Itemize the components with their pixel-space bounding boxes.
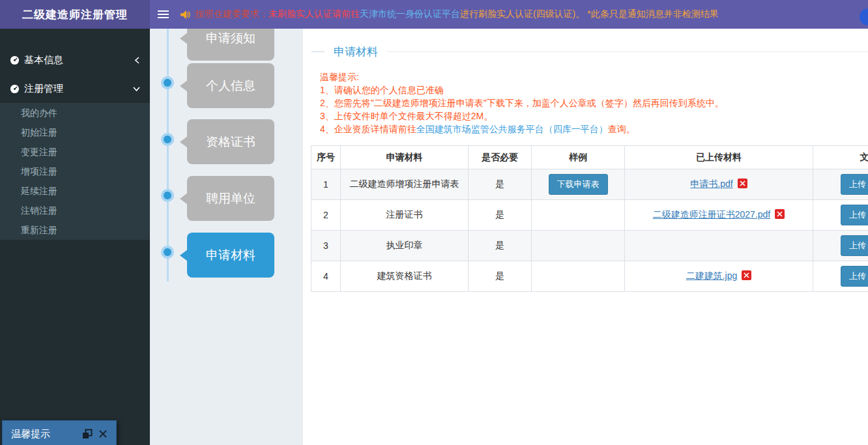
upload-button[interactable]: 上传 — [841, 205, 868, 225]
close-icon[interactable] — [95, 426, 111, 442]
restore-window-icon[interactable] — [80, 426, 95, 442]
uploaded-file-link[interactable]: 申请书.pdf — [690, 179, 732, 189]
table-row: 1 二级建造师增项注册申请表 是 下载申请表 申请书.pdf 上传 — [311, 169, 868, 200]
col-header-no: 序号 — [311, 146, 341, 169]
sidebar-item-registration[interactable]: 注册管理 — [0, 74, 150, 103]
reminder-dialog: 温馨提示 — [2, 420, 117, 445]
cell-required: 是 — [469, 261, 532, 292]
identity-platform-link[interactable]: 天津市统一身份认证平台 — [360, 8, 460, 20]
col-header-material: 申请材料 — [341, 146, 469, 169]
table-row: 4 建筑资格证书 是 二建建筑.jpg 上传 — [311, 261, 868, 292]
announcement-bar: :按照住建委要求： 未刷脸实人认证请前往 天津市统一身份认证平台 进行刷脸实人认… — [193, 8, 719, 20]
main-content: 申请材料 温馨提示: 1、请确认您的个人信息已准确 2、您需先将"二级建造师增项… — [303, 29, 868, 445]
step-wizard-panel: 申请须知 个人信息 资格证书 聘用单位 申请材料 — [150, 29, 303, 445]
tips-title: 温馨提示: — [320, 70, 868, 83]
tip-line-3: 3、上传文件时单个文件最大不得超过2M。 — [320, 109, 868, 122]
table-row: 3 执业印章 是 上传 — [311, 231, 868, 261]
upload-button[interactable]: 上传 — [841, 174, 868, 195]
gauge-icon — [10, 84, 24, 94]
download-application-form-button[interactable]: 下载申请表 — [549, 174, 608, 195]
cell-material: 执业印章 — [341, 231, 469, 261]
wizard-timeline — [167, 29, 169, 281]
tip-line-4-prefix: 4、企业资质详情请前往 — [320, 124, 416, 134]
gauge-icon — [10, 55, 24, 65]
notice-prefix: :按照住建委要求： — [193, 8, 268, 20]
dialog-title: 温馨提示 — [3, 428, 80, 440]
uploaded-file-link[interactable]: 二建建筑.jpg — [686, 270, 738, 281]
sidebar-item-additional-registration[interactable]: 增项注册 — [0, 162, 150, 181]
col-header-sample: 样例 — [532, 146, 625, 169]
sidebar-item-label: 注册管理 — [24, 83, 133, 95]
table-header-row: 序号 申请材料 是否必要 样例 已上传材料 文件上传 — [311, 146, 868, 169]
top-header: 二级建造师注册管理 :按照住建委要求： 未刷脸实人认证请前往 天津市统一身份认证… — [0, 0, 868, 29]
national-platform-link[interactable]: 全国建筑市场监管公共服务平台（四库一平台） — [416, 124, 608, 134]
sidebar-item-re-registration[interactable]: 重新注册 — [0, 220, 150, 240]
section-header: 申请材料 — [311, 44, 868, 59]
sidebar-item-my-cases[interactable]: 我的办件 — [0, 103, 150, 122]
cell-material: 二级建造师增项注册申请表 — [341, 169, 469, 200]
page-title: 申请材料 — [334, 44, 378, 59]
step-application-notice[interactable]: 申请须知 — [187, 29, 274, 61]
delete-file-icon[interactable] — [738, 179, 747, 188]
floating-help-button[interactable] — [860, 8, 868, 25]
delete-file-icon[interactable] — [775, 209, 785, 219]
step-dot — [161, 76, 174, 89]
cell-no: 2 — [311, 200, 341, 231]
cell-no: 4 — [311, 261, 341, 292]
sidebar-item-label: 基本信息 — [24, 54, 134, 66]
cell-required: 是 — [469, 200, 532, 231]
notice-note: *此条只是通知消息并非检测结果 — [587, 8, 718, 20]
sidebar: 基本信息 注册管理 我的办件 初始注册 变更注册 增项注册 延续注册 注销注册 … — [0, 29, 150, 445]
chevron-down-icon — [133, 86, 140, 92]
notice-action: 进行刷脸实人认证(四级认证)。 — [460, 8, 585, 20]
table-row: 2 注册证书 是 二级建造师注册证书2027.pdf 上传 — [311, 200, 868, 231]
sidebar-item-renewal-registration[interactable]: 延续注册 — [0, 181, 150, 201]
sidebar-item-initial-registration[interactable]: 初始注册 — [0, 122, 150, 142]
step-dot — [161, 246, 174, 259]
upload-button[interactable]: 上传 — [841, 266, 868, 287]
cell-no: 1 — [311, 169, 341, 200]
delete-file-icon[interactable] — [742, 270, 751, 280]
col-header-upload: 文件上传 — [813, 146, 868, 169]
app-title: 二级建造师注册管理 — [0, 0, 150, 29]
title-dash — [311, 51, 325, 52]
sidebar-item-change-registration[interactable]: 变更注册 — [0, 142, 150, 162]
sidebar-item-cancel-registration[interactable]: 注销注册 — [0, 201, 150, 220]
notice-alert: 未刷脸实人认证请前往 — [268, 8, 360, 20]
step-employer[interactable]: 聘用单位 — [187, 176, 274, 221]
cell-required: 是 — [469, 169, 532, 200]
registration-submenu: 我的办件 初始注册 变更注册 增项注册 延续注册 注销注册 重新注册 — [0, 103, 150, 240]
cell-required: 是 — [469, 231, 532, 261]
materials-table: 序号 申请材料 是否必要 样例 已上传材料 文件上传 1 二级建造师增项注册申请… — [311, 145, 868, 292]
cell-material: 注册证书 — [341, 200, 469, 231]
step-dot — [161, 133, 174, 146]
col-header-required: 是否必要 — [469, 146, 532, 169]
step-personal-info[interactable]: 个人信息 — [187, 63, 274, 108]
navbar: :按照住建委要求： 未刷脸实人认证请前往 天津市统一身份认证平台 进行刷脸实人认… — [150, 0, 868, 29]
tip-line-2: 2、您需先将"二级建造师增项注册申请表"下载下来，加盖个人公章或（签字）然后再回… — [320, 96, 868, 109]
step-dot — [161, 189, 174, 202]
tip-line-1: 1、请确认您的个人信息已准确 — [320, 83, 868, 96]
step-qualification-cert[interactable]: 资格证书 — [187, 119, 274, 164]
upload-button[interactable]: 上传 — [841, 235, 868, 256]
title-rule — [387, 51, 868, 52]
cell-no: 3 — [311, 231, 341, 261]
tips-block: 温馨提示: 1、请确认您的个人信息已准确 2、您需先将"二级建造师增项注册申请表… — [320, 70, 868, 136]
megaphone-icon — [180, 10, 190, 20]
cell-material: 建筑资格证书 — [341, 261, 469, 292]
sidebar-item-basic-info[interactable]: 基本信息 — [0, 46, 150, 74]
sidebar-toggle-button[interactable] — [150, 0, 176, 29]
step-application-materials[interactable]: 申请材料 — [187, 233, 274, 278]
col-header-uploaded: 已上传材料 — [625, 146, 813, 169]
chevron-left-icon — [134, 57, 140, 64]
uploaded-file-link[interactable]: 二级建造师注册证书2027.pdf — [653, 209, 771, 220]
tip-line-4-suffix: 查询。 — [608, 124, 635, 134]
tip-line-4: 4、企业资质详情请前往全国建筑市场监管公共服务平台（四库一平台）查询。 — [320, 122, 868, 136]
